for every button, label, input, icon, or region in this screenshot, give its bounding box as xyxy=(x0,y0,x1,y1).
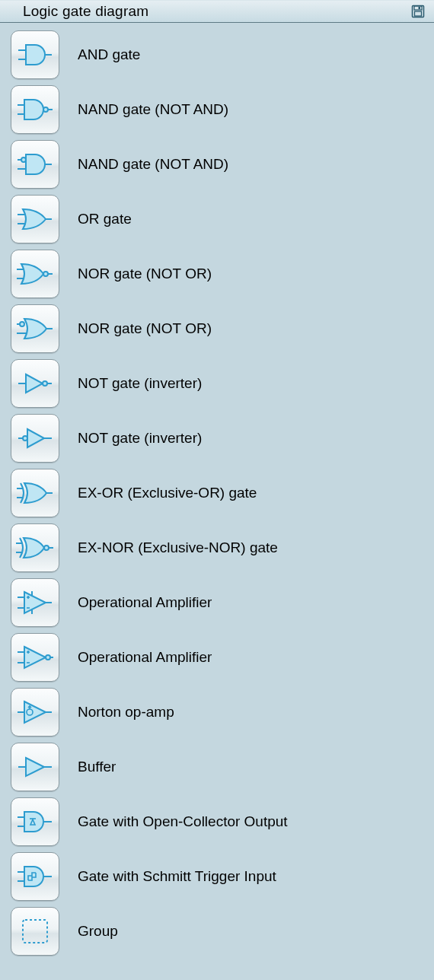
panel-title: Logic gate diagram xyxy=(23,3,148,20)
list-item-label: AND gate xyxy=(78,46,140,63)
list-item-label: Norton op-amp xyxy=(78,704,174,721)
xnor-gate-icon xyxy=(15,532,55,564)
list-item-label: OR gate xyxy=(78,211,132,228)
or-gate-button[interactable] xyxy=(11,195,59,243)
list-item-label: NOT gate (inverter) xyxy=(78,430,202,447)
nor-gate-alt-button[interactable] xyxy=(11,304,59,353)
norton-op-amp-button[interactable] xyxy=(11,688,59,737)
panel-header: Logic gate diagram xyxy=(0,0,434,23)
group-icon xyxy=(15,915,55,947)
svg-point-35 xyxy=(44,546,49,550)
svg-rect-3 xyxy=(415,11,422,16)
list-item: AND gate xyxy=(11,27,434,82)
not-gate-button[interactable] xyxy=(11,359,59,408)
nor-gate-button[interactable] xyxy=(11,250,59,298)
nand-gate-button[interactable] xyxy=(11,85,59,134)
svg-point-18 xyxy=(43,272,48,276)
logic-gate-panel: Logic gate diagram xyxy=(0,0,434,963)
list-item: Operational Amplifier xyxy=(11,630,434,685)
list-item-label: NOR gate (NOT OR) xyxy=(78,266,212,282)
or-gate-icon xyxy=(15,203,55,235)
svg-point-22 xyxy=(20,322,24,326)
op-amp-icon xyxy=(15,587,55,619)
list-item-label: Gate with Open-Collector Output xyxy=(78,813,288,830)
list-item: Norton op-amp xyxy=(11,685,434,740)
buffer-button[interactable] xyxy=(11,743,59,791)
norton-op-amp-icon xyxy=(15,696,55,728)
list-item: Gate with Open-Collector Output xyxy=(11,794,434,849)
list-item-label: Operational Amplifier xyxy=(78,649,212,666)
list-item-label: Operational Amplifier xyxy=(78,594,212,611)
and-gate-button[interactable] xyxy=(11,30,59,79)
op-amp-alt-button[interactable] xyxy=(11,633,59,682)
list-item: Gate with Schmitt Trigger Input xyxy=(11,849,434,904)
list-item-label: EX-NOR (Exclusive-NOR) gate xyxy=(78,539,278,556)
shape-list: AND gate xyxy=(0,23,434,963)
svg-point-47 xyxy=(46,655,50,660)
list-item: NAND gate (NOT AND) xyxy=(11,82,434,137)
list-item-label: NOT gate (inverter) xyxy=(78,375,202,392)
list-item: OR gate xyxy=(11,192,434,247)
list-item-label: NAND gate (NOT AND) xyxy=(78,156,228,173)
nor-gate-alt-icon xyxy=(15,313,55,345)
list-item: NAND gate (NOT AND) xyxy=(11,137,434,192)
schmitt-trigger-button[interactable] xyxy=(11,852,59,901)
svg-rect-2 xyxy=(419,7,421,9)
nand-gate-icon xyxy=(15,94,55,126)
and-gate-icon xyxy=(15,39,55,71)
save-icon[interactable] xyxy=(411,5,425,18)
svg-rect-1 xyxy=(414,6,422,10)
schmitt-trigger-icon xyxy=(15,861,55,892)
nand-gate-alt-icon xyxy=(15,148,55,180)
list-item: Buffer xyxy=(11,740,434,794)
list-item: Group xyxy=(11,904,434,959)
svg-rect-66 xyxy=(23,920,47,943)
list-item-label: Gate with Schmitt Trigger Input xyxy=(78,868,276,885)
list-item: EX-NOR (Exclusive-NOR) gate xyxy=(11,520,434,575)
not-gate-icon xyxy=(15,368,55,399)
list-item-label: NOR gate (NOT OR) xyxy=(78,320,212,337)
svg-point-26 xyxy=(43,381,47,386)
nand-gate-alt-button[interactable] xyxy=(11,140,59,189)
open-collector-button[interactable] xyxy=(11,797,59,846)
not-gate-alt-button[interactable] xyxy=(11,414,59,463)
list-item: NOT gate (inverter) xyxy=(11,411,434,466)
list-item: NOT gate (inverter) xyxy=(11,356,434,411)
list-item-label: EX-OR (Exclusive-OR) gate xyxy=(78,485,257,501)
xor-gate-button[interactable] xyxy=(11,469,59,517)
not-gate-alt-icon xyxy=(15,422,55,454)
svg-point-29 xyxy=(23,436,27,441)
buffer-icon xyxy=(15,751,55,783)
list-item: EX-OR (Exclusive-OR) gate xyxy=(11,466,434,520)
svg-point-7 xyxy=(43,107,48,112)
list-item-label: Buffer xyxy=(78,759,116,775)
xnor-gate-button[interactable] xyxy=(11,523,59,572)
list-item: NOR gate (NOT OR) xyxy=(11,301,434,356)
xor-gate-icon xyxy=(15,477,55,509)
svg-point-11 xyxy=(21,158,26,162)
group-button[interactable] xyxy=(11,907,59,956)
list-item-label: Group xyxy=(78,923,118,940)
list-item-label: NAND gate (NOT AND) xyxy=(78,101,228,118)
list-item: NOR gate (NOT OR) xyxy=(11,247,434,301)
list-item: Operational Amplifier xyxy=(11,575,434,630)
open-collector-icon xyxy=(15,806,55,838)
op-amp-button[interactable] xyxy=(11,578,59,627)
nor-gate-icon xyxy=(15,258,55,290)
op-amp-alt-icon xyxy=(15,641,55,673)
